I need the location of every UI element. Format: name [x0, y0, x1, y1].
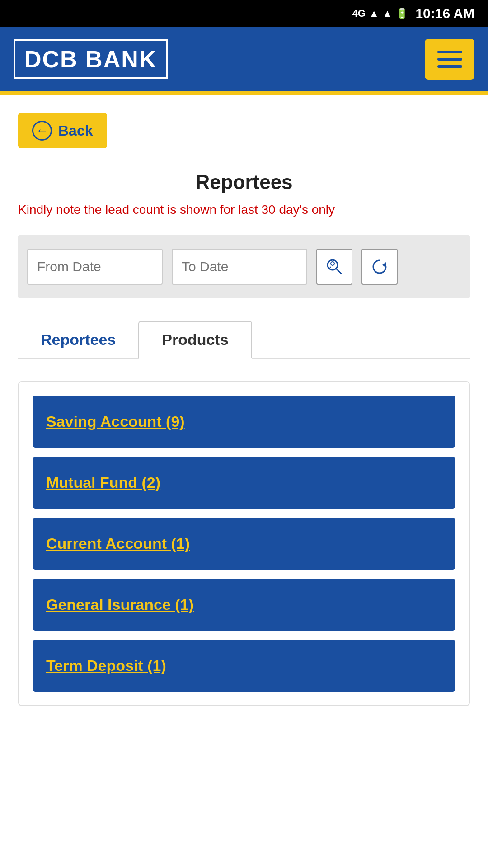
product-link-general-insurance[interactable]: General Isurance (1) [46, 596, 194, 613]
product-item-current-account[interactable]: Current Account (1) [33, 518, 455, 570]
from-date-input[interactable] [27, 249, 163, 285]
menu-button[interactable] [425, 39, 474, 80]
signal-icons: 4G ▲ ▲ 🔋 [352, 8, 408, 19]
tab-products[interactable]: Products [138, 321, 252, 359]
filter-bar [18, 235, 470, 298]
logo-container: DCB BANK [14, 39, 168, 79]
main-content: ← Back Reportees Kindly note the lead co… [0, 95, 488, 868]
svg-line-1 [336, 269, 342, 274]
network-label: 4G [352, 8, 365, 19]
battery-icon: 🔋 [396, 8, 408, 19]
to-date-input[interactable] [172, 249, 307, 285]
header: DCB BANK [0, 27, 488, 95]
back-label: Back [58, 123, 93, 139]
menu-line-1 [437, 51, 462, 53]
signal-icon: ▲ [369, 8, 379, 19]
tab-reportees-label: Reportees [41, 331, 116, 348]
menu-line-2 [437, 58, 462, 61]
menu-line-3 [437, 65, 462, 68]
notice-text: Kindly note the lead count is shown for … [18, 203, 470, 217]
svg-point-2 [331, 262, 334, 265]
reset-icon [371, 258, 389, 276]
product-link-mutual-fund[interactable]: Mutual Fund (2) [46, 474, 160, 491]
tab-products-label: Products [162, 331, 228, 348]
svg-marker-4 [382, 262, 386, 268]
reset-button[interactable] [361, 249, 398, 285]
logo-text: DCB BANK [24, 46, 157, 73]
products-container: Saving Account (9) Mutual Fund (2) Curre… [18, 381, 470, 706]
product-link-saving-account[interactable]: Saving Account (9) [46, 413, 185, 430]
product-item-saving-account[interactable]: Saving Account (9) [33, 396, 455, 448]
back-button[interactable]: ← Back [18, 113, 107, 148]
search-button[interactable] [316, 249, 352, 285]
tab-reportees[interactable]: Reportees [18, 322, 138, 358]
signal-icon2: ▲ [383, 8, 393, 19]
product-item-general-insurance[interactable]: General Isurance (1) [33, 579, 455, 631]
time-display: 10:16 AM [415, 6, 474, 21]
product-item-term-deposit[interactable]: Term Deposit (1) [33, 640, 455, 692]
tabs-container: Reportees Products [18, 321, 470, 359]
product-item-mutual-fund[interactable]: Mutual Fund (2) [33, 457, 455, 509]
product-link-term-deposit[interactable]: Term Deposit (1) [46, 657, 166, 674]
page-title: Reportees [18, 171, 470, 193]
status-bar: 4G ▲ ▲ 🔋 10:16 AM [0, 0, 488, 27]
back-arrow-icon: ← [32, 121, 52, 141]
search-icon [325, 258, 343, 276]
product-link-current-account[interactable]: Current Account (1) [46, 535, 190, 552]
